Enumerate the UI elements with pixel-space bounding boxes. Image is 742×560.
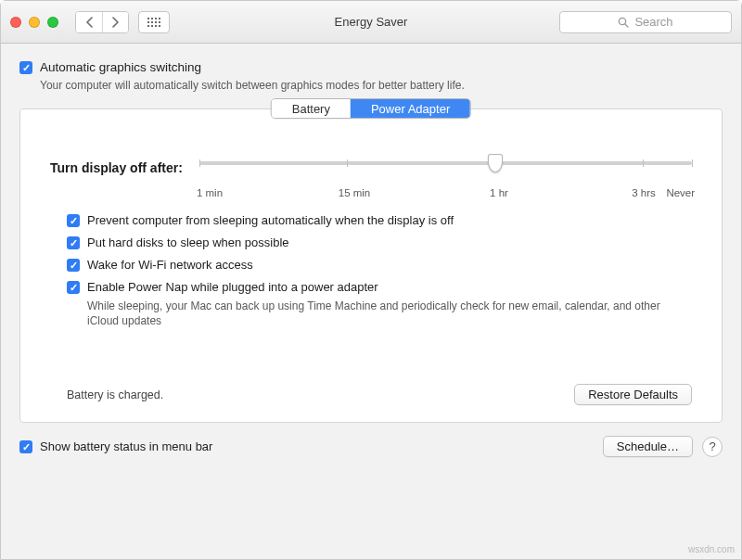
label-prevent-sleep: Prevent computer from sleeping automatic… (87, 213, 454, 227)
label-hdd-sleep: Put hard disks to sleep when possible (87, 235, 289, 249)
row-display-off: Turn display off after: (50, 152, 692, 184)
search-input[interactable]: Search (559, 11, 732, 33)
tick-1min: 1 min (197, 187, 223, 198)
tab-power-adapter[interactable]: Power Adapter (351, 99, 470, 118)
power-panel: Battery Power Adapter Turn display off a… (19, 108, 723, 423)
traffic-lights (10, 17, 58, 28)
slider-display-off[interactable] (199, 152, 692, 184)
close-icon[interactable] (10, 17, 21, 28)
show-all-button[interactable] (138, 11, 170, 33)
checkbox-power-nap[interactable] (67, 281, 80, 294)
content-area: Automatic graphics switching Your comput… (1, 44, 741, 559)
slider-thumb[interactable] (488, 154, 503, 172)
label-power-nap: Enable Power Nap while plugged into a po… (87, 280, 378, 294)
minimize-icon[interactable] (29, 17, 40, 28)
grid-icon (147, 18, 160, 27)
battery-status: Battery is charged. (67, 388, 163, 401)
options-list: Prevent computer from sleeping automatic… (67, 213, 692, 328)
desc-auto-graphics: Your computer will automatically switch … (40, 79, 723, 92)
row-prevent-sleep: Prevent computer from sleeping automatic… (67, 213, 692, 227)
help-button[interactable]: ? (702, 437, 723, 457)
schedule-button[interactable]: Schedule… (603, 436, 693, 457)
chevron-right-icon (111, 17, 120, 28)
label-display-off: Turn display off after: (50, 160, 183, 175)
tick-15min: 15 min (339, 187, 371, 198)
checkbox-prevent-sleep[interactable] (67, 214, 80, 227)
label-wake-wifi: Wake for Wi-Fi network access (87, 258, 253, 272)
search-icon (618, 17, 629, 28)
watermark: wsxdn.com (688, 544, 735, 554)
label-show-battery-menubar: Show battery status in menu bar (40, 439, 212, 453)
checkbox-show-battery-menubar[interactable] (19, 440, 32, 453)
tick-3hrs: 3 hrs (632, 187, 656, 198)
forward-button[interactable] (102, 12, 128, 32)
back-button[interactable] (76, 12, 102, 32)
help-icon: ? (709, 439, 715, 453)
label-auto-graphics: Automatic graphics switching (40, 60, 201, 74)
search-placeholder: Search (634, 15, 672, 29)
checkbox-hdd-sleep[interactable] (67, 236, 80, 249)
tab-segmented: Battery Power Adapter (271, 98, 471, 119)
nav-back-forward (75, 11, 129, 33)
restore-defaults-button[interactable]: Restore Defaults (574, 384, 692, 405)
slider-ticks (199, 159, 692, 167)
desc-power-nap: While sleeping, your Mac can back up usi… (87, 299, 662, 328)
bottom-row: Show battery status in menu bar Schedule… (19, 436, 723, 457)
bottom-right-controls: Schedule… ? (603, 436, 723, 457)
row-wake-wifi: Wake for Wi-Fi network access (67, 258, 692, 272)
svg-line-1 (625, 24, 628, 27)
panel-footer: Battery is charged. Restore Defaults (50, 384, 692, 405)
window-energy-saver: Energy Saver Search Automatic graphics s… (0, 0, 742, 560)
tick-never: Never (666, 187, 695, 198)
row-hdd-sleep: Put hard disks to sleep when possible (67, 235, 692, 249)
slider-tick-labels: 1 min 15 min 1 hr 3 hrs Never (210, 187, 692, 202)
tab-battery[interactable]: Battery (272, 99, 351, 118)
chevron-left-icon (85, 17, 94, 28)
row-auto-graphics: Automatic graphics switching (19, 60, 723, 74)
checkbox-wake-wifi[interactable] (67, 259, 80, 272)
row-power-nap: Enable Power Nap while plugged into a po… (67, 280, 692, 294)
tick-1hr: 1 hr (490, 187, 508, 198)
zoom-icon[interactable] (47, 17, 58, 28)
titlebar: Energy Saver Search (1, 1, 741, 44)
checkbox-auto-graphics[interactable] (19, 61, 32, 74)
